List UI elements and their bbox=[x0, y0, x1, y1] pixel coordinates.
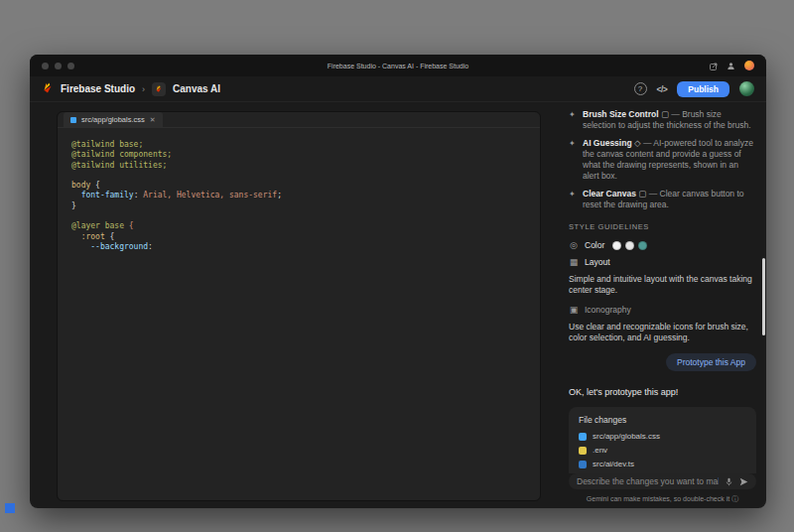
app-window: Firebase Studio - Canvas AI - Firebase S… bbox=[30, 55, 766, 508]
color-swatch[interactable] bbox=[625, 241, 634, 250]
ts-file-icon bbox=[579, 461, 587, 468]
page-title: Canvas AI bbox=[173, 83, 220, 94]
chat-panel: ✦Brush Size Control ▢ — Brush size selec… bbox=[569, 109, 756, 504]
file-changes-title: File changes bbox=[579, 415, 746, 425]
feature-text: Clear Canvas ▢ — Clear canvas button to … bbox=[583, 189, 756, 210]
assistant-message: OK, let's prototype this app! bbox=[569, 387, 756, 397]
editor-tab-label: src/app/globals.css bbox=[81, 115, 145, 124]
feature-item: ✦Brush Size Control ▢ — Brush size selec… bbox=[569, 109, 756, 131]
breadcrumb-chevron-icon: › bbox=[142, 84, 145, 94]
iconography-description: Use clear and recognizable icons for bru… bbox=[569, 322, 756, 343]
disclaimer-label: Gemini can make mistakes, so double-chec… bbox=[587, 495, 729, 502]
disclaimer-text: Gemini can make mistakes, so double-chec… bbox=[569, 494, 756, 504]
layout-guideline-row: ▦ Layout bbox=[569, 257, 756, 267]
file-row[interactable]: src/ai/dev.ts bbox=[579, 460, 746, 468]
close-tab-icon[interactable]: ✕ bbox=[150, 116, 156, 124]
palette-icon: ◎ bbox=[569, 240, 579, 250]
mic-icon[interactable] bbox=[725, 472, 733, 490]
dock-app-peek bbox=[5, 503, 15, 513]
window-titlebar: Firebase Studio - Canvas AI - Firebase S… bbox=[30, 55, 766, 76]
feature-inline-icon: ▢ bbox=[638, 189, 648, 199]
file-name: src/ai/dev.ts bbox=[593, 460, 634, 468]
layout-description: Simple and intuitive layout with the can… bbox=[569, 274, 756, 296]
file-row[interactable]: .env bbox=[579, 446, 746, 455]
feature-text: Brush Size Control ▢ — Brush size select… bbox=[583, 109, 756, 131]
iconography-label: Iconography bbox=[585, 305, 631, 315]
css-file-icon bbox=[70, 117, 76, 123]
code-editor: src/app/globals.css ✕ @tailwind base;@ta… bbox=[57, 111, 541, 501]
feature-inline-icon: ▢ bbox=[661, 109, 671, 119]
zoom-window-icon[interactable] bbox=[67, 63, 74, 69]
iconography-icon: ▣ bbox=[569, 305, 579, 315]
feature-list: ✦Brush Size Control ▢ — Brush size selec… bbox=[569, 109, 756, 210]
open-in-icon[interactable] bbox=[710, 57, 718, 74]
feature-text: AI Guessing ◇ — AI-powered tool to analy… bbox=[583, 138, 756, 182]
file-changes-card: File changes src/app/globals.css.envsrc/… bbox=[569, 407, 756, 473]
file-list: src/app/globals.css.envsrc/ai/dev.tssrc/… bbox=[579, 432, 746, 473]
sparkle-icon: ✦ bbox=[569, 189, 578, 210]
feature-item: ✦AI Guessing ◇ — AI-powered tool to anal… bbox=[569, 138, 756, 182]
editor-tabbar: src/app/globals.css ✕ bbox=[58, 112, 540, 128]
color-swatch[interactable] bbox=[638, 241, 647, 250]
send-icon[interactable] bbox=[739, 472, 748, 490]
file-name: .env bbox=[593, 446, 607, 455]
app-name[interactable]: Firebase Studio bbox=[61, 83, 135, 94]
help-icon[interactable]: ? bbox=[634, 82, 647, 95]
publish-button[interactable]: Publish bbox=[677, 81, 729, 97]
chat-scroll-area[interactable]: ✦Brush Size Control ▢ — Brush size selec… bbox=[569, 109, 756, 473]
info-icon: ⓘ bbox=[731, 495, 738, 502]
layout-label: Layout bbox=[585, 257, 610, 267]
color-swatch[interactable] bbox=[612, 241, 621, 250]
sparkle-icon: ✦ bbox=[569, 138, 578, 182]
iconography-guideline-row: ▣ Iconography bbox=[569, 305, 756, 315]
color-label: Color bbox=[585, 240, 604, 250]
code-view-icon[interactable]: </> bbox=[657, 84, 668, 94]
code-area[interactable]: @tailwind base;@tailwind components;@tai… bbox=[58, 128, 540, 264]
css-file-icon bbox=[579, 433, 587, 441]
profile-icon[interactable] bbox=[727, 57, 735, 74]
firebase-logo-icon bbox=[42, 80, 54, 98]
vertical-scrollbar[interactable] bbox=[762, 258, 765, 335]
chat-input-row bbox=[569, 473, 756, 489]
user-avatar[interactable] bbox=[739, 81, 754, 96]
browser-avatar[interactable] bbox=[744, 61, 754, 70]
app-header: Firebase Studio › Canvas AI ? </> Publis… bbox=[30, 76, 766, 102]
chat-input[interactable] bbox=[577, 476, 719, 486]
traffic-lights[interactable] bbox=[42, 63, 74, 69]
file-name: src/app/globals.css bbox=[593, 432, 660, 441]
layout-icon: ▦ bbox=[569, 257, 579, 267]
main-content: src/app/globals.css ✕ @tailwind base;@ta… bbox=[30, 102, 766, 508]
close-window-icon[interactable] bbox=[42, 63, 49, 69]
prototype-app-button[interactable]: Prototype this App bbox=[666, 353, 756, 371]
color-guideline-row: ◎ Color bbox=[569, 240, 756, 250]
minimize-window-icon[interactable] bbox=[55, 63, 62, 69]
sparkle-icon: ✦ bbox=[569, 109, 578, 131]
env-file-icon bbox=[579, 447, 587, 455]
editor-tab[interactable]: src/app/globals.css ✕ bbox=[64, 112, 163, 127]
file-row[interactable]: src/app/globals.css bbox=[579, 432, 746, 441]
color-swatches bbox=[612, 241, 647, 250]
feature-item: ✦Clear Canvas ▢ — Clear canvas button to… bbox=[569, 189, 756, 210]
project-badge bbox=[152, 82, 166, 96]
style-guidelines-header: STYLE GUIDELINES bbox=[569, 222, 756, 231]
window-title: Firebase Studio - Canvas AI - Firebase S… bbox=[30, 63, 766, 69]
feature-inline-icon: ◇ bbox=[634, 138, 643, 148]
